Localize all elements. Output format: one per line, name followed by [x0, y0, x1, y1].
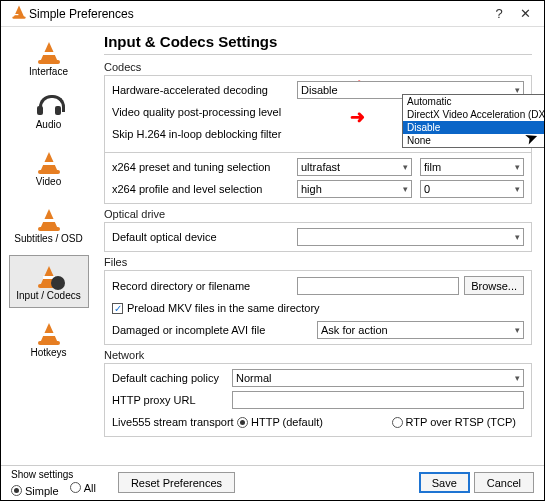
optical-device-label: Default optical device — [112, 231, 297, 243]
preload-checkbox[interactable]: ✓ — [112, 303, 123, 314]
reset-button[interactable]: Reset Preferences — [118, 472, 235, 493]
group-title-network: Network — [104, 349, 532, 361]
cone-icon — [35, 148, 63, 174]
cone-icon — [35, 262, 63, 288]
sidebar-item-interface[interactable]: Interface — [9, 31, 89, 84]
dropdown-option[interactable]: None — [403, 134, 544, 147]
save-button[interactable]: Save — [419, 472, 470, 493]
cone-icon — [35, 319, 63, 345]
proxy-label: HTTP proxy URL — [112, 394, 232, 406]
sidebar-item-audio[interactable]: Audio — [9, 88, 89, 137]
category-sidebar: Interface Audio Video Subtitles / OSD In… — [1, 27, 96, 465]
rtp-radio[interactable]: RTP over RTSP (TCP) — [392, 416, 516, 428]
http-radio[interactable]: HTTP (default) — [237, 416, 323, 428]
cancel-button[interactable]: Cancel — [474, 472, 534, 493]
x264-tuning-select[interactable]: film — [420, 158, 524, 176]
simple-radio[interactable]: Simple — [11, 485, 59, 497]
x264-profile-select[interactable]: high — [297, 180, 412, 198]
record-dir-label: Record directory or filename — [112, 280, 297, 292]
headphones-icon — [36, 95, 62, 117]
hw-decoding-dropdown[interactable]: Automatic DirectX Video Acceleration (DX… — [402, 94, 544, 148]
x264-level-select[interactable]: 0 — [420, 180, 524, 198]
all-radio[interactable]: All — [70, 482, 96, 494]
caching-select[interactable]: Normal — [232, 369, 524, 387]
damaged-avi-select[interactable]: Ask for action — [317, 321, 524, 339]
skip-filter-label: Skip H.264 in-loop deblocking filter — [112, 128, 402, 140]
group-title-codecs: Codecs — [104, 61, 532, 73]
browse-button[interactable]: Browse... — [464, 276, 524, 295]
optical-device-select[interactable] — [297, 228, 524, 246]
quality-level-label: Video quality post-processing level — [112, 106, 402, 118]
preload-label: Preload MKV files in the same directory — [127, 302, 320, 314]
live555-label: Live555 stream transport — [112, 416, 237, 428]
sidebar-item-subtitles[interactable]: Subtitles / OSD — [9, 198, 89, 251]
show-settings-label: Show settings — [11, 469, 104, 480]
cone-icon — [35, 38, 63, 64]
sidebar-item-video[interactable]: Video — [9, 141, 89, 194]
proxy-input[interactable] — [232, 391, 524, 409]
sidebar-item-hotkeys[interactable]: Hotkeys — [9, 312, 89, 365]
damaged-avi-label: Damaged or incomplete AVI file — [112, 324, 317, 336]
record-dir-input[interactable] — [297, 277, 459, 295]
x264-preset-select[interactable]: ultrafast — [297, 158, 412, 176]
help-button[interactable]: ? — [486, 6, 512, 21]
sidebar-item-input-codecs[interactable]: Input / Codecs — [9, 255, 89, 308]
page-title: Input & Codecs Settings — [104, 33, 532, 55]
cone-icon — [35, 205, 63, 231]
x264-preset-label: x264 preset and tuning selection — [112, 161, 297, 173]
dropdown-option[interactable]: Automatic — [403, 95, 544, 108]
wrench-icon — [51, 276, 65, 290]
caching-label: Default caching policy — [112, 372, 232, 384]
window-title: Simple Preferences — [29, 7, 134, 21]
group-title-optical: Optical drive — [104, 208, 532, 220]
close-button[interactable]: ✕ — [512, 6, 538, 21]
hw-decoding-label: Hardware-accelerated decoding — [112, 84, 297, 96]
x264-profile-label: x264 profile and level selection — [112, 183, 297, 195]
app-icon — [11, 9, 22, 19]
dropdown-option[interactable]: DirectX Video Acceleration (DXVA) 2.0 — [403, 108, 544, 121]
group-title-files: Files — [104, 256, 532, 268]
